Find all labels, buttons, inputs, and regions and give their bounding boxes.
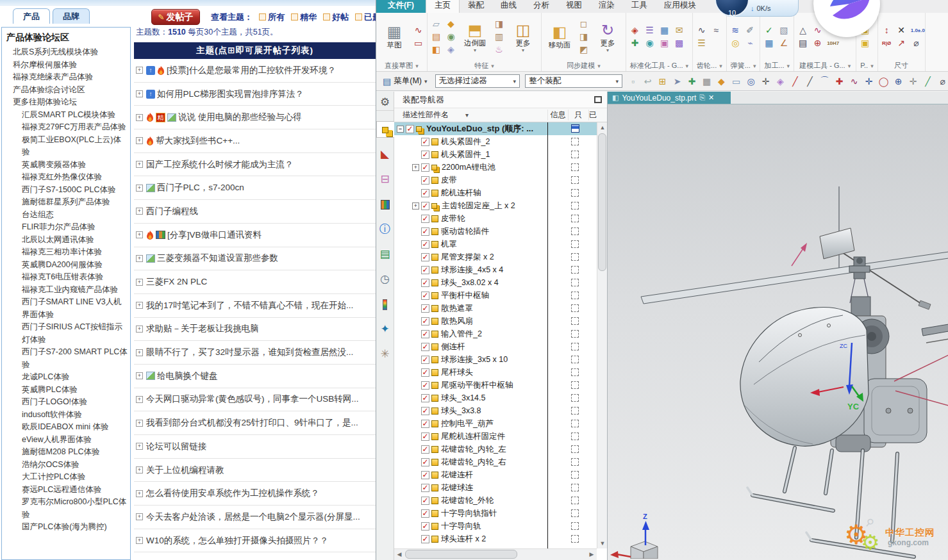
ribbon-icon[interactable]: R|Ø <box>881 38 892 49</box>
topic-title[interactable]: 求助贴－关于老板让我挑电脑 <box>146 323 259 334</box>
component-checkbox[interactable]: ✓ <box>421 253 429 261</box>
sidebar-item[interactable]: 北辰以太网通讯体验 <box>5 234 128 247</box>
ribbon-group-label[interactable]: 直接草图▾ <box>376 61 427 71</box>
topic-row[interactable]: +我看到部分台式机都没有25针打印口、9针串口了，是... <box>134 411 376 435</box>
sidebar-item[interactable]: 汇辰SMART PLC模块体验 <box>5 109 128 122</box>
tree-item-row[interactable]: ✓球头连杆 x 2 <box>394 532 607 545</box>
sidebar-item[interactable]: 西门子S7-1500C PLC体验 <box>5 184 128 197</box>
component-checkbox[interactable]: ✓ <box>421 330 429 338</box>
topic-row[interactable]: +眼睛不行了，买了32吋显示器，谁知到货检查居然没... <box>134 341 376 365</box>
tree-item-row[interactable]: ✓尾管支撑架 x 2 <box>394 251 607 263</box>
topic-title[interactable]: [投票]什么是您最常用的工控软件开发环境？ <box>167 65 336 76</box>
component-checkbox[interactable]: ✓ <box>421 266 429 274</box>
column-info[interactable]: 信息 <box>547 110 568 120</box>
component-checkbox[interactable]: ✓ <box>421 356 429 364</box>
tree-horizontal-scrollbar[interactable]: ◀ ▶ <box>394 548 597 560</box>
ribbon-icon[interactable]: ▤ <box>797 38 808 49</box>
reference-set-checkbox[interactable] <box>571 522 579 530</box>
component-checkbox[interactable]: ✓ <box>421 215 429 223</box>
component-checkbox[interactable]: ✓ <box>421 343 429 351</box>
tab-装配[interactable]: 装配 <box>460 0 492 13</box>
manipulation-icon[interactable]: ✳ <box>377 346 394 363</box>
component-checkbox[interactable]: ✓ <box>421 432 429 441</box>
topic-row[interactable]: +给电脑换个键盘 <box>134 365 376 388</box>
horizontal-scroll-thumb[interactable] <box>405 550 517 559</box>
ribbon-icon[interactable]: ✚ <box>629 38 640 49</box>
topic-row[interactable]: +今天去客户处洽谈，居然是一个电脑2个显示器(分屏显... <box>134 506 376 529</box>
expand-topic-icon[interactable]: + <box>136 443 143 450</box>
sidebar-item[interactable]: indusoft软件体验 <box>5 409 128 422</box>
toolbar-icon[interactable]: ◆ <box>716 76 727 86</box>
sidebar-item[interactable]: 浩纳尔OCS体验 <box>5 459 128 472</box>
component-checkbox[interactable]: ✓ <box>421 202 429 210</box>
tree-item-row[interactable]: ✓输入管件_2 <box>394 327 607 340</box>
topic-row[interactable]: +今天网口驱动异常(黄色感叹号)，同事拿一个USB转网... <box>134 388 376 412</box>
tree-item-row[interactable]: ✓球形连接_4x5 x 4 <box>394 263 607 276</box>
expand-topic-icon[interactable]: + <box>136 420 143 427</box>
ribbon-icon[interactable]: ◆ <box>445 19 456 29</box>
component-checkbox[interactable]: ✓ <box>421 304 429 313</box>
ribbon-icon[interactable]: ▧ <box>778 25 789 36</box>
reference-set-checkbox[interactable] <box>571 151 579 158</box>
scroll-down-arrow[interactable]: ▼ <box>597 538 607 548</box>
topic-row[interactable]: +↑如何用PLC梯形图实现冒泡排序算法？ <box>134 83 376 106</box>
component-checkbox[interactable]: ✓ <box>421 420 429 428</box>
topic-title[interactable]: 说说 使用电脑的那些经验与心得 <box>178 111 302 123</box>
topic-title[interactable]: 我的17吋笔记本到了，不错不错真心不错，现在开始... <box>146 300 353 311</box>
ribbon-icon[interactable]: ✐ <box>745 25 756 36</box>
ribbon-group-label[interactable]: 建模工具 - G...▾ <box>794 61 856 71</box>
tree-item-row[interactable]: ✓尾舵机连杆固定件 <box>394 430 607 443</box>
tree-item-row[interactable]: ✓散热风扇 <box>394 315 607 327</box>
toolbar-icon[interactable]: ╱ <box>804 76 815 86</box>
scroll-left-arrow[interactable]: ◀ <box>394 549 404 560</box>
expand-topic-icon[interactable]: + <box>136 114 143 121</box>
reference-set-checkbox[interactable] <box>571 381 579 389</box>
tab-曲线[interactable]: 曲线 <box>492 0 525 13</box>
system-materials-icon[interactable] <box>377 296 394 313</box>
reference-set-checkbox[interactable] <box>571 266 579 274</box>
sidebar-item[interactable]: 福禄克绝缘表产品体验 <box>5 71 128 84</box>
tree-item-row[interactable]: ✓花键齿轮_内轮_左 <box>394 443 607 456</box>
selection-filter-combo[interactable]: 无选择过滤器▾ <box>435 74 520 88</box>
tree-item-row[interactable]: ✓平衡杆中枢轴 <box>394 289 607 302</box>
ribbon-icon[interactable]: ≈ <box>711 25 722 36</box>
toolbar-icon[interactable]: ╱ <box>790 76 801 86</box>
reference-set-checkbox[interactable] <box>571 189 579 197</box>
sidebar-item[interactable]: 台达组态 <box>5 209 128 222</box>
ribbon-icon[interactable]: ▦ <box>763 38 774 49</box>
expand-topic-icon[interactable]: + <box>136 208 143 215</box>
ribbon-icon[interactable]: ◎ <box>730 38 741 49</box>
reference-set-checkbox[interactable] <box>571 368 579 376</box>
component-checkbox[interactable]: ✓ <box>421 176 429 185</box>
sidebar-item[interactable]: 欧辰IDEABOX mini 体验 <box>5 421 128 434</box>
tree-item-row[interactable]: +✓主齿轮固定座_上 x 2 <box>394 199 607 212</box>
reference-set-checkbox[interactable] <box>571 420 579 427</box>
sidebar-item[interactable]: 施耐德M208 PLC体验 <box>5 446 128 459</box>
filter-checkbox-好帖[interactable] <box>323 13 330 21</box>
sidebar-item[interactable]: 福禄克工业内窥镜产品体验 <box>5 284 128 297</box>
topic-row[interactable]: +怎么看待使用安卓系统作为工控机操作系统？ <box>134 482 376 506</box>
expand-topic-icon[interactable]: + <box>136 325 143 333</box>
ribbon-group-label[interactable]: 同步建模▾ <box>542 61 626 71</box>
component-checkbox[interactable]: ✓ <box>421 189 429 197</box>
reference-set-checkbox[interactable] <box>571 356 579 363</box>
expand-topic-icon[interactable]: + <box>136 537 143 544</box>
component-checkbox[interactable]: ✓ <box>421 535 429 543</box>
component-checkbox[interactable]: ✓ <box>421 279 429 287</box>
tab-应用模块[interactable]: 应用模块 <box>656 0 704 13</box>
expand-topic-icon[interactable]: + <box>136 302 143 309</box>
reference-set-checkbox[interactable] <box>571 330 579 338</box>
sidebar-item[interactable]: 施耐德群星系列产品体验 <box>5 196 128 209</box>
component-checkbox[interactable]: ✓ <box>421 151 429 159</box>
toolbar-icon[interactable]: ▭ <box>731 76 742 86</box>
reference-set-checkbox[interactable] <box>571 407 579 415</box>
visualization-icon[interactable]: ✦ <box>377 321 394 338</box>
ribbon-icon[interactable]: ▤ <box>431 31 442 42</box>
tree-item-row[interactable]: ✓皮带 <box>394 174 607 186</box>
tree-item-row[interactable]: ✓驱动齿轮插件 <box>394 225 607 238</box>
tree-item-row[interactable]: ✓十字导向轨指针 <box>394 507 607 520</box>
topic-title[interactable]: 我看到部分台式机都没有25针打印口、9针串口了，是... <box>146 417 358 429</box>
history-icon[interactable]: ◷ <box>377 271 394 288</box>
menu-button[interactable]: ▤菜单(M)▾ <box>380 74 430 88</box>
topic-title[interactable]: W10的系统，怎么单独打开摄像头拍摄照片？？ <box>146 535 328 547</box>
